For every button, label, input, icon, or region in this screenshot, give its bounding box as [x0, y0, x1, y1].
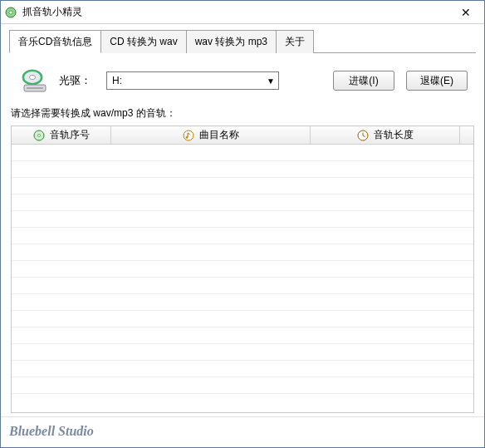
close-button[interactable]: ✕ — [451, 3, 481, 22]
column-track-length-label: 音轨长度 — [374, 128, 414, 142]
instruction-text: 请选择需要转换成 wav/mp3 的音轨： — [11, 106, 474, 121]
svg-point-8 — [37, 134, 40, 136]
drive-selected-value: H: — [112, 75, 122, 86]
drive-label: 光驱： — [59, 73, 91, 88]
column-track-length[interactable]: 音轨长度 — [311, 126, 460, 144]
table-row — [12, 145, 473, 161]
table-row — [12, 311, 473, 327]
table-row — [12, 244, 473, 261]
table-row — [12, 178, 473, 194]
drive-select[interactable]: H: ▼ — [106, 71, 279, 90]
svg-point-10 — [185, 136, 188, 139]
svg-rect-6 — [27, 87, 43, 89]
table-row — [12, 278, 473, 294]
table-row — [12, 361, 473, 377]
table-row — [12, 294, 473, 311]
titlebar: 抓音轨小精灵 ✕ — [1, 1, 484, 24]
content-area: 音乐CD音轨信息 CD 转换为 wav wav 转换为 mp3 关于 光驱： H… — [1, 24, 484, 416]
svg-point-4 — [30, 75, 36, 79]
table-row — [12, 228, 473, 244]
drive-row: 光驱： H: ▼ 进碟(I) 退碟(E) — [21, 68, 468, 93]
table-row — [12, 211, 473, 228]
column-track-no[interactable]: 音轨序号 — [12, 126, 111, 144]
column-spacer — [460, 126, 473, 144]
window-title: 抓音轨小精灵 — [22, 5, 451, 19]
eject-disc-button[interactable]: 退碟(E) — [406, 71, 468, 91]
insert-disc-button[interactable]: 进碟(I) — [333, 71, 394, 91]
music-note-icon — [183, 130, 194, 141]
clock-icon — [357, 130, 369, 141]
tab-bar: 音乐CD音轨信息 CD 转换为 wav wav 转换为 mp3 关于 — [9, 29, 476, 53]
table-row — [12, 344, 473, 361]
table-row — [12, 161, 473, 178]
table-row — [12, 327, 473, 344]
tab-cd-info[interactable]: 音乐CD音轨信息 — [9, 30, 101, 53]
disc-icon — [33, 130, 45, 141]
column-track-name-label: 曲目名称 — [199, 128, 239, 142]
table-row — [12, 377, 473, 394]
table-body[interactable] — [12, 145, 473, 412]
column-track-no-label: 音轨序号 — [50, 128, 90, 142]
tab-cd-to-wav[interactable]: CD 转换为 wav — [100, 30, 186, 53]
app-icon — [4, 6, 17, 19]
table-header: 音轨序号 曲目名称 — [12, 126, 473, 145]
drive-buttons: 进碟(I) 退碟(E) — [333, 71, 468, 91]
tab-about[interactable]: 关于 — [276, 30, 314, 53]
track-table: 音轨序号 曲目名称 — [11, 126, 474, 413]
svg-point-1 — [9, 11, 12, 14]
dropdown-arrow-icon: ▼ — [267, 76, 275, 86]
footer-brand: Bluebell Studio — [1, 416, 484, 447]
svg-point-9 — [184, 130, 194, 140]
cd-drive-icon — [21, 68, 49, 93]
tab-wav-to-mp3[interactable]: wav 转换为 mp3 — [186, 30, 277, 53]
column-track-name[interactable]: 曲目名称 — [111, 126, 311, 144]
table-row — [12, 261, 473, 278]
table-row — [12, 194, 473, 211]
app-window: 抓音轨小精灵 ✕ 音乐CD音轨信息 CD 转换为 wav wav 转换为 mp3… — [0, 0, 485, 448]
